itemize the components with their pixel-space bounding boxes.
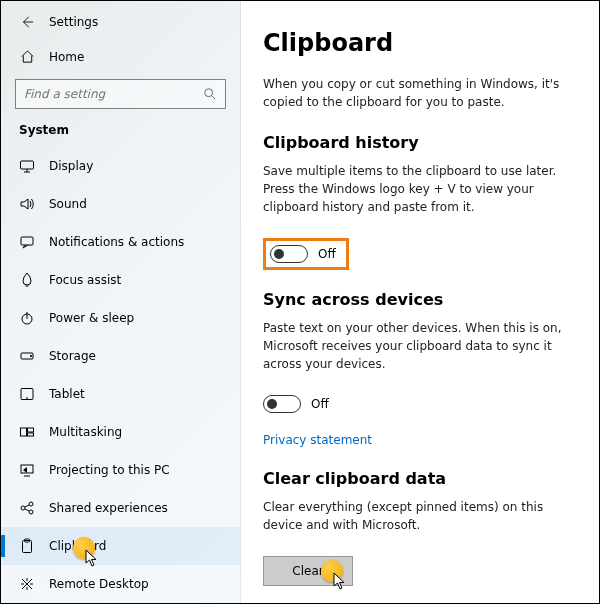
- sidebar: Settings Home System Display Sound Notif…: [1, 1, 241, 603]
- multitasking-icon: [19, 424, 35, 440]
- sidebar-list: Display Sound Notifications & actions Fo…: [1, 147, 240, 603]
- sidebar-item-label: Projecting to this PC: [49, 463, 170, 477]
- sidebar-item-label: Clipboard: [49, 539, 106, 553]
- svg-point-0: [205, 89, 213, 97]
- sidebar-item-shared[interactable]: Shared experiences: [1, 489, 240, 527]
- sidebar-item-sound[interactable]: Sound: [1, 185, 240, 223]
- clipboard-icon: [19, 538, 35, 554]
- svg-point-13: [29, 510, 33, 514]
- sidebar-group-heading: System: [1, 119, 240, 147]
- sidebar-item-label: Multitasking: [49, 425, 122, 439]
- display-icon: [19, 158, 35, 174]
- privacy-statement-link[interactable]: Privacy statement: [263, 433, 372, 447]
- projecting-icon: [19, 462, 35, 478]
- notifications-icon: [19, 234, 35, 250]
- home-icon: [19, 49, 35, 65]
- search-input[interactable]: [24, 87, 203, 101]
- clipboard-history-toggle-label: Off: [318, 247, 336, 261]
- sidebar-item-label: Focus assist: [49, 273, 121, 287]
- svg-point-12: [29, 502, 33, 506]
- sidebar-item-focus-assist[interactable]: Focus assist: [1, 261, 240, 299]
- section-history-heading: Clipboard history: [263, 133, 577, 152]
- sidebar-item-label: Shared experiences: [49, 501, 168, 515]
- section-sync-heading: Sync across devices: [263, 290, 577, 309]
- sidebar-item-power[interactable]: Power & sleep: [1, 299, 240, 337]
- svg-rect-7: [21, 428, 27, 436]
- sidebar-item-home[interactable]: Home: [1, 38, 240, 75]
- sidebar-item-label: Remote Desktop: [49, 577, 149, 591]
- back-title-row: Settings: [1, 5, 240, 38]
- sidebar-item-clipboard[interactable]: Clipboard: [1, 527, 240, 565]
- sidebar-item-label: Tablet: [49, 387, 85, 401]
- svg-point-11: [21, 506, 25, 510]
- sidebar-item-notifications[interactable]: Notifications & actions: [1, 223, 240, 261]
- home-label: Home: [49, 50, 84, 64]
- sidebar-item-multitasking[interactable]: Multitasking: [1, 413, 240, 451]
- storage-icon: [19, 348, 35, 364]
- power-icon: [19, 310, 35, 326]
- tablet-icon: [19, 386, 35, 402]
- svg-rect-9: [28, 433, 34, 436]
- clear-button[interactable]: Clear: [263, 556, 353, 586]
- clear-button-label: Clear: [292, 564, 323, 578]
- page-intro: When you copy or cut something in Window…: [263, 75, 577, 111]
- svg-rect-1: [21, 161, 34, 169]
- sidebar-item-projecting[interactable]: Projecting to this PC: [1, 451, 240, 489]
- sync-toggle-label: Off: [311, 397, 329, 411]
- svg-rect-8: [28, 428, 34, 432]
- clipboard-history-toggle[interactable]: [270, 245, 308, 263]
- app-title: Settings: [49, 15, 98, 29]
- section-history-desc: Save multiple items to the clipboard to …: [263, 162, 577, 216]
- sidebar-item-label: Power & sleep: [49, 311, 134, 325]
- focus-assist-icon: [19, 272, 35, 288]
- sidebar-item-label: Notifications & actions: [49, 235, 184, 249]
- annotation-highlight-box: Off: [263, 238, 349, 270]
- remote-desktop-icon: [19, 576, 35, 592]
- sidebar-item-label: Sound: [49, 197, 87, 211]
- shared-icon: [19, 500, 35, 516]
- section-clear-desc: Clear everything (except pinned items) o…: [263, 498, 577, 534]
- section-sync-desc: Paste text on your other devices. When t…: [263, 319, 577, 373]
- sidebar-item-remote-desktop[interactable]: Remote Desktop: [1, 565, 240, 603]
- sync-toggle[interactable]: [263, 395, 301, 413]
- sidebar-item-tablet[interactable]: Tablet: [1, 375, 240, 413]
- main-content: Clipboard When you copy or cut something…: [241, 1, 599, 603]
- section-clear-heading: Clear clipboard data: [263, 469, 577, 488]
- search-icon: [203, 87, 217, 101]
- svg-rect-2: [21, 237, 33, 245]
- sidebar-item-label: Storage: [49, 349, 96, 363]
- sidebar-item-storage[interactable]: Storage: [1, 337, 240, 375]
- sound-icon: [19, 196, 35, 212]
- svg-point-5: [30, 355, 31, 356]
- back-icon[interactable]: [19, 14, 35, 30]
- search-box[interactable]: [15, 79, 226, 109]
- sync-toggle-row: Off: [263, 395, 577, 413]
- sidebar-item-display[interactable]: Display: [1, 147, 240, 185]
- sidebar-item-label: Display: [49, 159, 93, 173]
- page-title: Clipboard: [263, 29, 577, 57]
- search-wrap: [1, 75, 240, 119]
